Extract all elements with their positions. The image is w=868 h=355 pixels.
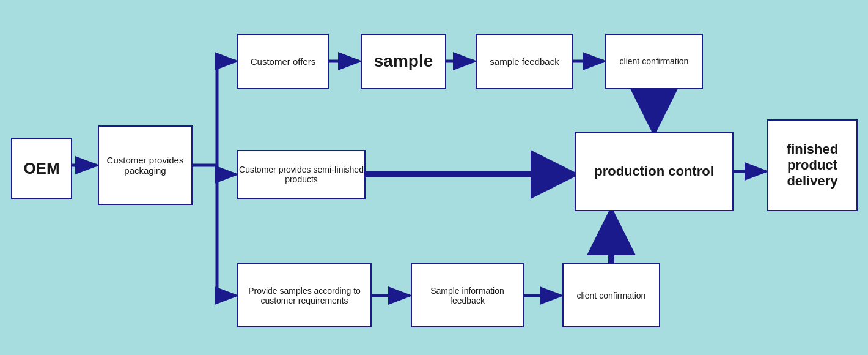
sample-feedback-box: sample feedback (476, 34, 573, 89)
client-confirm-top-box: client confirmation (605, 34, 703, 89)
finished-box: finished product delivery (767, 119, 858, 211)
client-confirm-top-label: client confirmation (620, 56, 689, 66)
provide-samples-label: Provide samples according to customer re… (238, 286, 370, 305)
oem-label: OEM (23, 159, 59, 178)
packaging-label: Customer provides packaging (99, 155, 191, 176)
sample-info-box: Sample information feedback (411, 263, 524, 327)
production-label: production control (594, 163, 714, 179)
finished-label: finished product delivery (768, 141, 856, 189)
semi-finished-label: Customer provides semi-finished products (238, 165, 364, 184)
client-confirm-bottom-box: client confirmation (562, 263, 660, 327)
packaging-box: Customer provides packaging (98, 125, 193, 205)
customer-offers-box: Customer offers (237, 34, 329, 89)
provide-samples-box: Provide samples according to customer re… (237, 263, 372, 327)
semi-finished-box: Customer provides semi-finished products (237, 150, 366, 199)
sample-label: sample (374, 51, 433, 71)
sample-info-label: Sample information feedback (412, 286, 523, 305)
sample-box: sample (361, 34, 446, 89)
oem-box: OEM (11, 138, 72, 199)
production-box: production control (575, 132, 734, 211)
client-confirm-bottom-label: client confirmation (577, 291, 646, 301)
sample-feedback-label: sample feedback (490, 56, 559, 67)
customer-offers-label: Customer offers (251, 56, 315, 67)
diagram: OEM Customer provides packaging Customer… (0, 0, 868, 355)
